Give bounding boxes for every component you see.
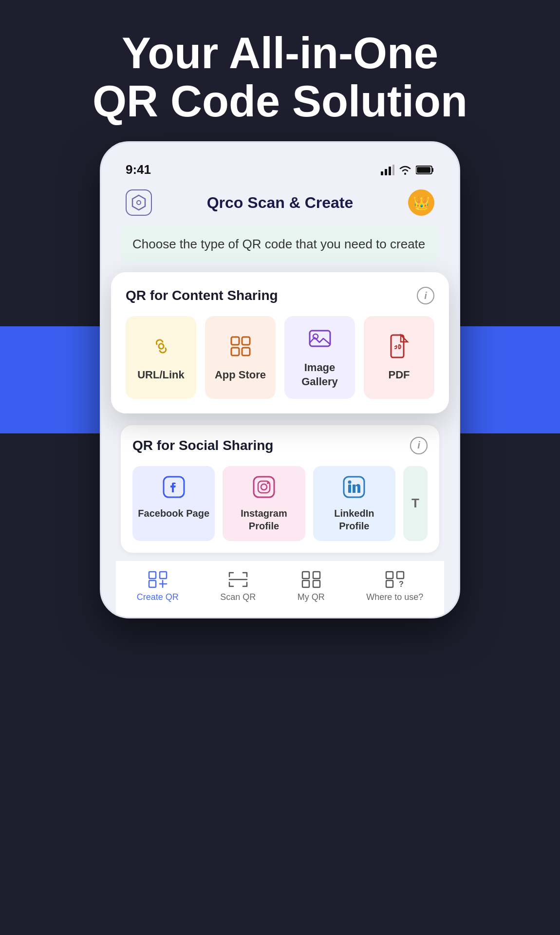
social-sharing-info-icon[interactable]: i bbox=[410, 437, 428, 454]
status-icons bbox=[381, 165, 434, 175]
social-item-instagram[interactable]: Instagram Profile bbox=[223, 466, 305, 541]
svg-rect-33 bbox=[313, 580, 320, 587]
facebook-label: Facebook Page bbox=[138, 507, 209, 520]
social-sharing-header: QR for Social Sharing i bbox=[132, 437, 428, 454]
svg-rect-12 bbox=[242, 348, 250, 355]
svg-point-20 bbox=[267, 482, 269, 484]
status-bar: 9:41 bbox=[116, 157, 444, 185]
nav-my-qr-label: My QR bbox=[298, 592, 325, 602]
wifi-icon bbox=[398, 165, 412, 175]
social-sharing-section: QR for Social Sharing i Facebook Page bbox=[116, 413, 444, 553]
gallery-icon bbox=[307, 326, 333, 354]
svg-rect-35 bbox=[397, 572, 404, 579]
svg-point-8 bbox=[137, 201, 141, 205]
svg-rect-15 bbox=[391, 335, 404, 357]
facebook-icon bbox=[162, 475, 186, 501]
social-item-linkedin[interactable]: LinkedIn Profile bbox=[313, 466, 395, 541]
app-header: Qrco Scan & Create 👑 bbox=[116, 185, 444, 225]
qr-item-appstore[interactable]: App Store bbox=[205, 316, 276, 398]
instagram-label: Instagram Profile bbox=[227, 507, 300, 532]
nav-create-qr[interactable]: Create QR bbox=[137, 571, 179, 602]
app-logo bbox=[126, 189, 152, 216]
nav-where-to-use[interactable]: ? Where to use? bbox=[366, 571, 423, 602]
content-sharing-info-icon[interactable]: i bbox=[417, 287, 434, 304]
qr-item-pdf[interactable]: PDF bbox=[364, 316, 434, 398]
svg-text:?: ? bbox=[399, 580, 404, 588]
where-to-use-icon: ? bbox=[385, 571, 405, 588]
nav-where-to-use-label: Where to use? bbox=[366, 592, 423, 602]
qr-item-url[interactable]: URL/Link bbox=[126, 316, 196, 398]
url-label: URL/Link bbox=[137, 368, 185, 382]
linkedin-label: LinkedIn Profile bbox=[318, 507, 391, 532]
svg-rect-0 bbox=[381, 171, 383, 175]
svg-rect-24 bbox=[149, 572, 156, 579]
svg-rect-30 bbox=[302, 572, 309, 579]
svg-rect-31 bbox=[313, 572, 320, 579]
hero-section: Your All-in-One QR Code Solution bbox=[0, 29, 560, 126]
url-icon bbox=[148, 333, 174, 361]
social-sharing-grid: Facebook Page Instagram Profil bbox=[132, 466, 428, 541]
social-item-partial: T bbox=[403, 466, 428, 541]
svg-rect-11 bbox=[231, 348, 239, 355]
pdf-label: PDF bbox=[389, 368, 410, 382]
svg-rect-34 bbox=[386, 572, 393, 579]
content-sharing-card: QR for Content Sharing i URL/ bbox=[111, 272, 449, 413]
nav-create-qr-label: Create QR bbox=[137, 592, 179, 602]
subtitle-text: Choose the type of QR code that you need… bbox=[121, 225, 439, 262]
svg-rect-17 bbox=[254, 477, 274, 497]
phone-frame: 9:41 bbox=[100, 141, 460, 618]
svg-rect-13 bbox=[310, 331, 330, 346]
svg-point-19 bbox=[261, 484, 267, 490]
svg-rect-3 bbox=[392, 165, 394, 175]
content-sharing-title: QR for Content Sharing bbox=[126, 288, 278, 303]
premium-button[interactable]: 👑 bbox=[408, 189, 434, 216]
hero-title-line2: QR Code Solution bbox=[39, 77, 521, 126]
battery-icon bbox=[416, 165, 434, 175]
bottom-nav: Create QR Scan QR M bbox=[116, 561, 444, 617]
nav-scan-qr[interactable]: Scan QR bbox=[220, 571, 256, 602]
nav-scan-qr-label: Scan QR bbox=[220, 592, 256, 602]
phone-mockup: 9:41 bbox=[100, 141, 460, 618]
social-sharing-title: QR for Social Sharing bbox=[132, 438, 273, 453]
my-qr-icon bbox=[301, 571, 321, 588]
content-sharing-grid: URL/Link App Store bbox=[126, 316, 434, 398]
qr-item-gallery[interactable]: Image Gallery bbox=[284, 316, 355, 398]
scan-qr-icon bbox=[228, 571, 248, 588]
svg-rect-7 bbox=[417, 167, 430, 173]
svg-point-23 bbox=[348, 480, 352, 484]
linkedin-icon bbox=[342, 475, 366, 501]
svg-rect-32 bbox=[302, 580, 309, 587]
svg-point-4 bbox=[404, 173, 406, 175]
svg-rect-26 bbox=[149, 580, 156, 587]
svg-rect-22 bbox=[348, 485, 351, 493]
instagram-icon bbox=[252, 475, 276, 501]
crown-icon: 👑 bbox=[413, 195, 430, 211]
svg-rect-25 bbox=[160, 572, 167, 579]
svg-rect-9 bbox=[231, 337, 239, 345]
svg-rect-1 bbox=[385, 169, 387, 175]
social-sharing-card: QR for Social Sharing i Facebook Page bbox=[121, 425, 439, 553]
create-qr-icon bbox=[148, 571, 168, 588]
hexagon-logo-icon bbox=[131, 194, 147, 211]
appstore-icon bbox=[227, 333, 254, 361]
content-sharing-header: QR for Content Sharing i bbox=[126, 287, 434, 304]
svg-rect-36 bbox=[386, 580, 393, 587]
nav-my-qr[interactable]: My QR bbox=[298, 571, 325, 602]
appstore-label: App Store bbox=[215, 368, 266, 382]
content-sharing-card-wrapper: QR for Content Sharing i URL/ bbox=[111, 272, 449, 413]
hero-title-line1: Your All-in-One bbox=[39, 29, 521, 77]
svg-rect-2 bbox=[389, 167, 391, 175]
app-title: Qrco Scan & Create bbox=[207, 194, 354, 212]
status-time: 9:41 bbox=[126, 162, 151, 177]
signal-icon bbox=[381, 165, 394, 175]
social-item-facebook[interactable]: Facebook Page bbox=[132, 466, 215, 541]
pdf-icon bbox=[386, 333, 412, 361]
svg-rect-6 bbox=[432, 168, 433, 172]
gallery-label: Image Gallery bbox=[290, 361, 349, 389]
svg-rect-10 bbox=[242, 337, 250, 345]
